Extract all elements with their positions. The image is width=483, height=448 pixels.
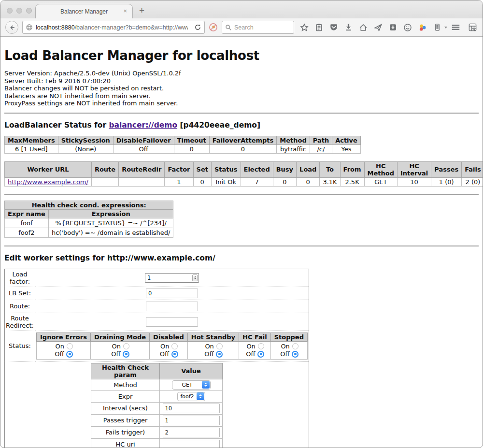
status-radio-cell: OnOff xyxy=(270,341,307,359)
worker-url-link[interactable]: http://www.example.com/ xyxy=(8,178,88,186)
close-window-button[interactable] xyxy=(7,8,13,14)
status-draining-mode-on-radio[interactable] xyxy=(123,343,129,349)
hc-param-row: HC uri xyxy=(91,438,223,448)
worker-col-header: Elected xyxy=(241,161,273,177)
worker-cell: 2.5K xyxy=(340,177,364,186)
worker-col-header: Set xyxy=(193,161,211,177)
balancer-cell: bytraffic xyxy=(277,145,310,153)
save-page-button[interactable] xyxy=(389,23,397,31)
status-header-row: Ignore ErrorsDraining ModeDisabledHot St… xyxy=(37,332,308,341)
status-disabled-on-radio[interactable] xyxy=(171,343,178,349)
worker-cell: 7 xyxy=(241,177,273,186)
menu-button[interactable] xyxy=(451,23,460,32)
select-value: foof2 xyxy=(178,393,197,400)
fails-trigger-input[interactable] xyxy=(163,428,220,437)
url-bar[interactable]: localhost:8880/balancer-manager?b=demo&w… xyxy=(22,21,205,34)
route-redirect-input[interactable] xyxy=(146,317,198,327)
navigation-toolbar: localhost:8880/balancer-manager?b=demo&w… xyxy=(0,18,483,37)
worker-col-header: Factor xyxy=(165,161,193,177)
expr-select[interactable]: foof2 xyxy=(177,392,205,401)
browser-tab[interactable]: Balancer Manager xyxy=(35,4,133,18)
interval-secs-input[interactable] xyxy=(163,404,220,413)
passes-trigger-input[interactable] xyxy=(163,416,220,425)
hc-param-header-row: Health Check paramValue xyxy=(91,363,223,379)
load-factor-row: Load factor: xyxy=(5,269,309,287)
worker-url-cell: http://www.example.com/ xyxy=(5,177,92,186)
save-page-icon xyxy=(389,23,397,31)
radio-label: Off xyxy=(279,350,289,358)
status-hot-standby-off-radio[interactable] xyxy=(216,351,223,358)
select-arrows-icon xyxy=(202,381,210,389)
sidebar-device-button[interactable] xyxy=(433,23,441,31)
minimize-window-button[interactable] xyxy=(16,8,22,14)
search-input[interactable] xyxy=(234,24,283,31)
bookmarks-menu-button[interactable] xyxy=(315,23,323,31)
status-ignore-errors-on-radio[interactable] xyxy=(67,343,73,349)
balancer-link[interactable]: balancer://demo xyxy=(109,121,177,130)
chevron-down-icon[interactable] xyxy=(444,27,447,29)
worker-header-row: Worker URLRouteRouteRedirFactorSetStatus… xyxy=(5,161,483,177)
status-stopped-off-radio[interactable] xyxy=(292,351,298,358)
hc-expr-table: Health check cond. expressions:Expr name… xyxy=(4,201,173,238)
worker-col-header: Load xyxy=(297,161,320,177)
blocked-content-button[interactable] xyxy=(209,23,218,32)
color-tools-button[interactable] xyxy=(418,23,427,32)
hc-uri-input[interactable] xyxy=(163,440,220,448)
new-tab-button[interactable] xyxy=(139,5,144,16)
hc-param-row: Fails trigger) xyxy=(91,426,223,438)
status-disabled-off-radio[interactable] xyxy=(171,351,178,358)
bookmark-button[interactable] xyxy=(300,23,309,32)
status-col-header: Hot Standby xyxy=(187,332,239,341)
reload-icon[interactable] xyxy=(194,24,201,31)
balancer-col-header: Active xyxy=(332,136,361,145)
status-heading-prefix: LoadBalancer Status for xyxy=(4,121,109,130)
status-col-header: Stopped xyxy=(270,332,307,341)
lb-set-input[interactable] xyxy=(146,289,198,298)
balancer-status-heading: LoadBalancer Status for balancer://demo … xyxy=(4,121,479,130)
url-text[interactable]: localhost:8880/balancer-manager?b=demo&w… xyxy=(36,24,188,31)
feedback-button[interactable] xyxy=(403,23,412,32)
load-factor-field xyxy=(145,273,199,283)
divider xyxy=(4,194,479,195)
stepper-icon[interactable] xyxy=(192,275,198,281)
pocket-button[interactable] xyxy=(329,23,338,32)
worker-cell: 3.1K xyxy=(320,177,340,186)
method-select[interactable]: GET xyxy=(172,380,211,390)
status-radio-row: OnOffOnOffOnOffOnOffOnOffOnOff xyxy=(37,341,308,359)
send-tab-button[interactable] xyxy=(374,23,383,32)
health-check-row: Health Check paramValueMethodGETExprfoof… xyxy=(5,361,309,448)
traffic-lights xyxy=(7,8,32,14)
home-button[interactable] xyxy=(359,23,368,32)
radio-label: Off xyxy=(245,350,255,358)
globe-icon xyxy=(26,24,33,31)
status-hc-fail-off-radio[interactable] xyxy=(257,351,264,358)
blocked-content-icon xyxy=(209,23,218,32)
pocket-icon xyxy=(329,23,338,32)
status-ignore-errors-off-radio[interactable] xyxy=(66,351,73,358)
search-bar[interactable] xyxy=(222,21,294,34)
worker-cell: 1 (0) xyxy=(431,177,462,186)
load-factor-input[interactable] xyxy=(145,273,199,283)
downloads-button[interactable] xyxy=(344,23,353,31)
back-button[interactable] xyxy=(5,21,18,34)
balancer-data-row: 6 [1 Used](None)Off00bytraffic/c/Yes xyxy=(5,145,361,153)
expression-cell: %{REQUEST_STATUS} =~ /^[234]/ xyxy=(48,218,173,228)
titlebar: Balancer Manager xyxy=(0,0,483,18)
hc-param-label: Passes trigger xyxy=(91,414,160,426)
tab-close-icon[interactable] xyxy=(123,8,127,14)
status-draining-mode-off-radio[interactable] xyxy=(123,351,129,358)
zoom-window-button[interactable] xyxy=(26,8,32,14)
worker-col-header: HC Interval xyxy=(397,161,431,177)
status-stopped-on-radio[interactable] xyxy=(292,343,298,349)
hc-param-value xyxy=(160,426,223,438)
worker-col-header: Busy xyxy=(273,161,296,177)
radio-label: Off xyxy=(203,350,213,358)
apps-grid-button[interactable] xyxy=(468,23,477,32)
route-redirect-label: Route Redirect: xyxy=(5,313,35,331)
status-col-header: Draining Mode xyxy=(90,332,149,341)
route-input[interactable] xyxy=(146,302,198,311)
color-picker-icon xyxy=(418,23,427,32)
status-hot-standby-on-radio[interactable] xyxy=(216,343,223,349)
status-hc-fail-on-radio[interactable] xyxy=(258,343,264,349)
worker-cell: 0 xyxy=(193,177,211,186)
